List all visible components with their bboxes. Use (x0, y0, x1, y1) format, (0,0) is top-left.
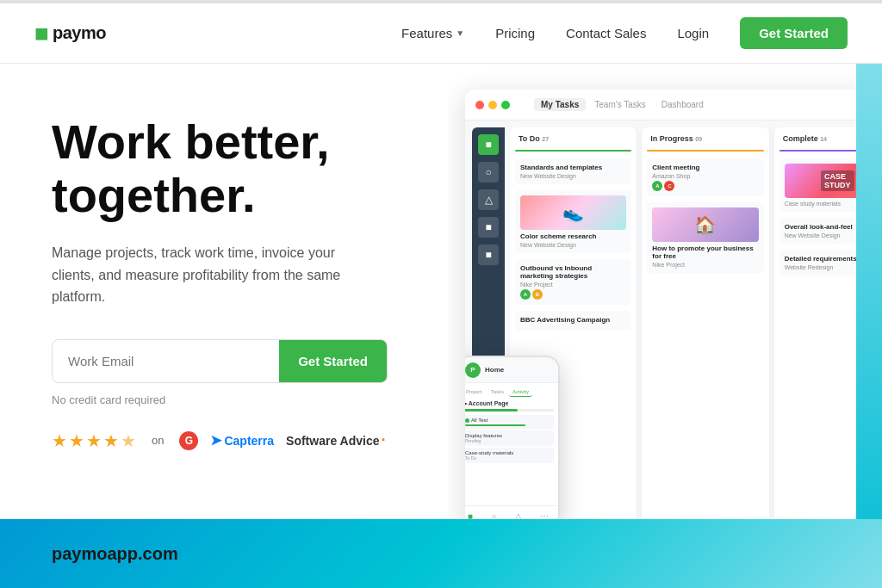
avatar: B (532, 289, 543, 300)
phone-nav-home-icon[interactable]: ■ (468, 511, 473, 519)
chevron-down-icon: ▼ (456, 28, 464, 38)
card-title: BBC Advertising Campaign (520, 316, 626, 324)
card-image-shoe: 👟 (520, 195, 626, 230)
phone-item-3[interactable]: Case-study materials To Do (465, 448, 554, 463)
card-avatars: A C (652, 181, 758, 191)
star-4-icon: ★ (103, 430, 119, 451)
card-title: How to promote your business for free (652, 244, 758, 260)
card-title: Outbound vs Inbound marketing strategies (520, 264, 626, 280)
phone-body: Project Tasks Activity ▶ Account Page (465, 383, 558, 469)
header-get-started-button[interactable]: Get Started (740, 17, 848, 49)
app-mockup-panel: My Tasks Team's Tasks Dashboard ■ ○ △ ■ … (448, 64, 882, 519)
star-1-icon: ★ (52, 430, 67, 451)
phone-title: Home (485, 366, 504, 374)
phone-nav-tasks-icon[interactable]: ○ (491, 511, 496, 519)
logo[interactable]: ■ paymo (34, 22, 106, 46)
phone-item-text: All Test (471, 418, 488, 423)
sidebar-invoice-icon[interactable]: ■ (478, 217, 499, 238)
no-credit-text: No credit card required (52, 393, 413, 406)
main-content: Work better, together. Manage projects, … (0, 64, 882, 519)
card-title: Standards and templates (520, 164, 626, 171)
footer-url: paymoapp.com (52, 544, 178, 564)
phone-progress-fill (465, 409, 518, 412)
col-todo-header: To Do 27 (515, 133, 631, 145)
phone-item-2[interactable]: Display features Pending (465, 430, 554, 446)
phone-item-sub: To Do (465, 455, 551, 461)
phone-mockup: P Home Project Tasks Activity ▶ Account … (465, 356, 560, 519)
phone-bottom-nav: ■ ○ △ ⋯ (465, 505, 558, 519)
app-header: My Tasks Team's Tasks Dashboard (465, 90, 882, 121)
col-progress-header: In Progress 09 (647, 133, 763, 145)
card-bbc[interactable]: BBC Advertising Campaign (515, 311, 631, 331)
phone-tab-project[interactable]: Project (465, 387, 486, 397)
sidebar-reports-icon[interactable]: ■ (478, 244, 499, 265)
card-sub: New Website Design (520, 173, 626, 179)
card-avatars: A B (520, 289, 626, 300)
avatar: C (664, 181, 674, 191)
form-get-started-button[interactable]: Get Started (279, 340, 387, 382)
card-sub: Amazon Shop (652, 173, 758, 179)
reviews-section: ★ ★ ★ ★ ★ on G ➤ Capterra Software Advic… (52, 430, 413, 451)
footer: paymoapp.com (0, 519, 882, 588)
on-text: on (152, 434, 164, 447)
phone-item-sub: Pending (465, 438, 551, 443)
star-3-icon: ★ (86, 430, 102, 451)
phone-nav-more-icon[interactable]: ⋯ (540, 511, 549, 519)
g2-icon: G (179, 431, 198, 450)
card-sub: Nike Project (520, 282, 626, 288)
tab-my-tasks[interactable]: My Tasks (534, 98, 586, 111)
main-nav: Features ▼ Pricing Contact Sales Login G… (401, 17, 848, 49)
sidebar-tasks-icon[interactable]: ○ (478, 162, 499, 183)
phone-nav-time-icon[interactable]: △ (515, 511, 522, 519)
phone-tab-tasks[interactable]: Tasks (488, 387, 507, 397)
card-client-meeting[interactable]: Client meeting Amazon Shop A C (647, 158, 763, 196)
logo-dot: ■ (34, 22, 49, 46)
card-sub: New Website Design (520, 242, 626, 248)
phone-tab-activity[interactable]: Activity (509, 387, 532, 397)
phone-avatar: P (465, 362, 481, 378)
close-button-icon (475, 101, 484, 109)
hero-subtitle: Manage projects, track work time, invoic… (52, 242, 379, 308)
app-tabs: My Tasks Team's Tasks Dashboard (534, 98, 711, 111)
nav-contact[interactable]: Contact Sales (566, 26, 646, 40)
nav-pricing[interactable]: Pricing (495, 26, 535, 40)
col-todo-divider (515, 150, 631, 152)
star-rating: ★ ★ ★ ★ ★ (52, 430, 136, 451)
hero-title: Work better, together. (52, 115, 413, 221)
card-outbound[interactable]: Outbound vs Inbound marketing strategies… (515, 259, 631, 305)
status-dot-icon (465, 418, 469, 423)
phone-header: P Home (465, 357, 558, 383)
sidebar-time-icon[interactable]: △ (478, 189, 499, 210)
card-title: Client meeting (652, 164, 758, 171)
maximize-button-icon (501, 101, 510, 109)
column-in-progress: In Progress 09 Client meeting Amazon Sho… (642, 127, 768, 519)
phone-section-title: ▶ Account Page (465, 400, 554, 407)
tab-team-tasks[interactable]: Team's Tasks (587, 98, 653, 111)
software-advice-badge[interactable]: Software Advice · (286, 431, 385, 449)
phone-item-1[interactable]: All Test (465, 415, 554, 429)
minimize-button-icon (488, 101, 497, 109)
card-image-iron: 🏠 (652, 207, 758, 242)
traffic-lights (475, 101, 510, 109)
email-input[interactable] (53, 340, 279, 382)
card-standards[interactable]: Standards and templates New Website Desi… (515, 158, 631, 184)
avatar: A (520, 289, 531, 300)
card-color[interactable]: 👟 Color scheme research New Website Desi… (515, 190, 631, 253)
sa-dot-icon: · (381, 431, 385, 449)
star-half-icon: ★ (121, 430, 136, 451)
header: ■ paymo Features ▼ Pricing Contact Sales… (0, 3, 882, 64)
nav-login[interactable]: Login (677, 26, 709, 40)
email-form: Get Started (52, 339, 388, 383)
capterra-badge[interactable]: ➤ Capterra (210, 432, 274, 449)
right-accent (856, 64, 882, 588)
tab-dashboard[interactable]: Dashboard (655, 98, 711, 111)
sidebar-home-icon[interactable]: ■ (478, 134, 499, 155)
avatar: A (652, 181, 662, 191)
app-screenshot: My Tasks Team's Tasks Dashboard ■ ○ △ ■ … (465, 90, 882, 519)
hero-section: Work better, together. Manage projects, … (0, 64, 448, 519)
nav-features[interactable]: Features ▼ (401, 26, 464, 40)
g2-badge[interactable]: G (179, 431, 198, 450)
kanban-columns: To Do 27 Standards and templates New Web… (510, 127, 882, 519)
card-promote[interactable]: 🏠 How to promote your business for free … (647, 202, 763, 273)
logo-text: paymo (53, 23, 106, 43)
